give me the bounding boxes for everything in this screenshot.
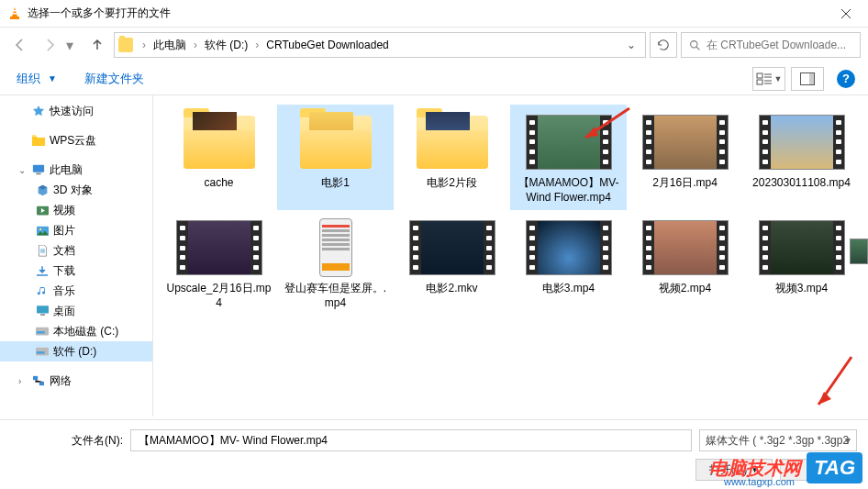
file-item-folder[interactable]: 电影2片段 [394, 105, 510, 210]
sidebar-item-music[interactable]: 音乐 [0, 281, 152, 301]
sidebar-item-3d-objects[interactable]: 3D 对象 [0, 180, 152, 200]
chevron-right-icon[interactable]: › [251, 39, 262, 51]
file-item-video[interactable]: 登山赛车但是竖屏。.mp4 [277, 210, 394, 316]
body: 快速访问 WPS云盘 ⌄此电脑 3D 对象 视频 图片 文档 下载 音乐 桌面 … [0, 95, 868, 417]
back-button[interactable] [7, 32, 33, 58]
vlc-icon [7, 6, 22, 21]
file-item-folder[interactable]: 电影1 [277, 105, 394, 210]
cube-icon [35, 183, 50, 197]
sidebar-item-quick-access[interactable]: 快速访问 [0, 101, 152, 121]
sidebar-item-local-c[interactable]: 本地磁盘 (C:) [0, 321, 152, 341]
close-button[interactable] [825, 0, 866, 27]
file-item-video[interactable]: 2月16日.mp4 [627, 105, 743, 210]
svg-rect-4 [757, 73, 762, 78]
watermark-url: www.tagxp.com [724, 476, 795, 487]
file-item-video[interactable]: 电影2.mkv [394, 210, 510, 316]
file-grid: cache 电影1 电影2片段 【MAMAMOO】MV- Wind Flower… [153, 95, 868, 325]
filename-label: 文件名(N): [11, 433, 123, 449]
filename-input[interactable] [130, 429, 692, 451]
view-options-button[interactable]: ▼ [752, 67, 785, 91]
sidebar-item-desktop[interactable]: 桌面 [0, 301, 152, 321]
toolbar: 组织 ▼ 新建文件夹 ▼ ? [0, 62, 868, 95]
svg-rect-19 [37, 351, 45, 354]
new-folder-button[interactable]: 新建文件夹 [81, 67, 148, 91]
partial-thumbnail [850, 239, 868, 264]
svg-rect-20 [33, 376, 38, 380]
search-icon [689, 39, 701, 51]
breadcrumb-item[interactable]: 此电脑 [151, 38, 188, 53]
file-item-video[interactable]: 视频2.mp4 [627, 210, 743, 316]
picture-icon [35, 223, 50, 238]
pc-icon [31, 162, 46, 177]
network-icon [31, 373, 46, 388]
navbar: ▾ › 此电脑 › 软件 (D:) › CRTubeGet Downloaded… [0, 28, 868, 62]
svg-rect-9 [36, 173, 40, 175]
breadcrumb-dropdown[interactable]: ⌄ [621, 39, 641, 51]
chevron-down-icon[interactable]: ▼ [48, 73, 57, 83]
help-button[interactable]: ? [837, 70, 855, 88]
file-item-folder[interactable]: cache [161, 105, 277, 210]
video-icon [35, 203, 50, 217]
star-icon [31, 104, 46, 118]
svg-rect-0 [10, 17, 19, 19]
search-placeholder: 在 CRTubeGet Downloade... [707, 38, 846, 53]
file-item-video[interactable]: 视频3.mp4 [743, 210, 860, 316]
window-title: 选择一个或多个要打开的文件 [28, 6, 825, 21]
refresh-button[interactable] [650, 32, 677, 58]
svg-point-12 [39, 228, 40, 229]
up-button[interactable] [84, 32, 110, 58]
expand-icon[interactable]: › [18, 376, 28, 386]
forward-button[interactable] [37, 32, 62, 58]
folder-icon [118, 38, 133, 52]
svg-rect-5 [757, 80, 762, 84]
svg-rect-13 [37, 274, 48, 276]
svg-rect-7 [809, 72, 815, 84]
svg-rect-1 [13, 10, 17, 12]
music-icon [35, 283, 50, 298]
sidebar: 快速访问 WPS云盘 ⌄此电脑 3D 对象 视频 图片 文档 下载 音乐 桌面 … [0, 95, 153, 417]
filetype-combo[interactable]: 媒体文件 ( *.3g2 *.3gp *.3gp2 [699, 429, 857, 451]
file-item-video[interactable]: 202303011108.mp4 [743, 105, 860, 210]
breadcrumb-item[interactable]: CRTubeGet Downloaded [264, 39, 390, 51]
svg-rect-15 [40, 314, 45, 316]
sidebar-item-this-pc[interactable]: ⌄此电脑 [0, 160, 152, 180]
search-input[interactable]: 在 CRTubeGet Downloade... [681, 32, 861, 58]
download-icon [35, 263, 50, 278]
sidebar-item-software-d[interactable]: 软件 (D:) [0, 341, 152, 361]
sidebar-item-videos[interactable]: 视频 [0, 200, 152, 220]
organize-button[interactable]: 组织 [13, 67, 44, 91]
desktop-icon [35, 304, 50, 318]
sidebar-item-documents[interactable]: 文档 [0, 240, 152, 261]
folder-icon [31, 133, 46, 148]
chevron-right-icon[interactable]: › [139, 39, 150, 51]
file-item-video[interactable]: 【MAMAMOO】MV- Wind Flower.mp4 [510, 105, 627, 210]
svg-rect-14 [37, 306, 49, 313]
history-dropdown[interactable]: ▾ [66, 37, 81, 54]
sidebar-item-pictures[interactable]: 图片 [0, 220, 152, 240]
svg-rect-8 [33, 165, 44, 172]
document-icon [35, 243, 50, 258]
chevron-right-icon[interactable]: › [190, 39, 201, 51]
drive-icon [35, 324, 50, 339]
file-item-video[interactable]: 电影3.mp4 [510, 210, 627, 316]
sidebar-item-network[interactable]: ›网络 [0, 371, 152, 391]
svg-rect-2 [13, 13, 17, 15]
sidebar-item-downloads[interactable]: 下载 [0, 261, 152, 281]
file-item-video[interactable]: Upscale_2月16日.mp4 [161, 210, 277, 316]
file-area[interactable]: cache 电影1 电影2片段 【MAMAMOO】MV- Wind Flower… [153, 95, 868, 417]
breadcrumb-item[interactable]: 软件 (D:) [203, 38, 250, 53]
svg-point-3 [691, 40, 697, 47]
drive-icon [35, 344, 50, 359]
svg-rect-17 [37, 331, 45, 334]
titlebar: 选择一个或多个要打开的文件 [0, 0, 868, 28]
preview-pane-button[interactable] [791, 67, 824, 91]
breadcrumb[interactable]: › 此电脑 › 软件 (D:) › CRTubeGet Downloaded ⌄ [114, 32, 646, 58]
collapse-icon[interactable]: ⌄ [18, 165, 28, 175]
sidebar-item-wps-cloud[interactable]: WPS云盘 [0, 130, 152, 150]
